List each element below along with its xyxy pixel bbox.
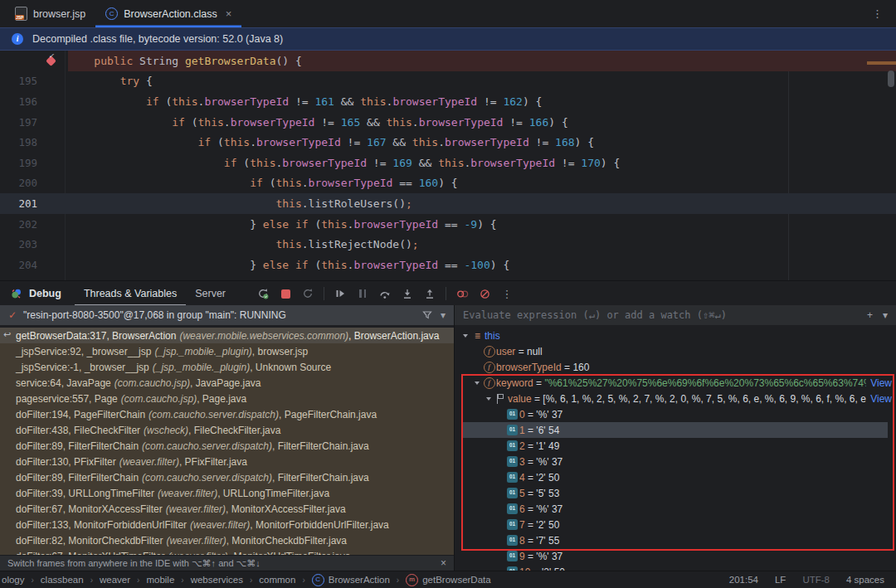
step-out-icon[interactable]	[423, 287, 436, 300]
rerun-debugger-icon[interactable]	[256, 287, 270, 300]
variable-row[interactable]: fbrowserTypeId = 160	[455, 359, 896, 375]
variable-row[interactable]: 019 = '%' 37	[455, 548, 896, 564]
breadcrumb-item[interactable]: mgetBrowserData	[406, 574, 490, 586]
evaluate-expression-input[interactable]: Evaluate expression (↵) or add a watch (…	[455, 305, 896, 325]
variable-row[interactable]: 015 = '5' 53	[455, 485, 896, 501]
stop-icon[interactable]	[279, 287, 292, 300]
method-breakpoint-icon[interactable]: ✓	[46, 56, 56, 66]
field-icon: f	[482, 362, 496, 373]
restart-icon[interactable]	[301, 287, 314, 300]
more-actions-icon[interactable]: ⋮	[500, 287, 514, 300]
variable-row[interactable]: value = [%, 6, 1, %, 2, 5, %, 2, 7, %, 2…	[455, 391, 896, 406]
variable-row[interactable]: fuser = null	[455, 343, 896, 359]
watches-dropdown-icon[interactable]: ▾	[883, 309, 888, 321]
view-value-link[interactable]: View	[866, 393, 896, 405]
tab-server[interactable]: Server	[186, 282, 235, 306]
field-icon: f	[482, 377, 496, 389]
code-text: } else if (this.browserTypeId == -9) {	[68, 214, 896, 235]
frame-signature: doFilter:39, URLLongTimeFilter	[16, 488, 154, 499]
breadcrumb-label: weaver	[100, 575, 130, 585]
tab-browseraction-class[interactable]: C BrowserAction.class ×	[95, 0, 241, 27]
variable-row[interactable]: 018 = '7' 55	[455, 532, 896, 548]
breadcrumb-item[interactable]: webservices	[191, 575, 243, 585]
variable-text: 0 = '%' 37	[519, 409, 896, 420]
gutter-icons	[37, 193, 68, 214]
decompiled-banner: i Decompiled .class file, bytecode versi…	[0, 27, 896, 51]
variable-row[interactable]: 0110 = '2' 50	[455, 564, 896, 571]
stack-frame-row[interactable]: doFilter:39, URLLongTimeFilter (weaver.f…	[0, 485, 454, 501]
variable-text: 7 = '2' 50	[519, 519, 896, 531]
stack-frame-row[interactable]: _jspService:92, _browser__jsp (_jsp._mob…	[0, 343, 454, 359]
code-line: 204 } else if (this.browserTypeId == -10…	[0, 255, 896, 275]
file-encoding[interactable]: UTF-8	[802, 575, 830, 585]
variable-row[interactable]: 013 = '%' 37	[455, 454, 896, 469]
variable-row[interactable]: 010 = '%' 37	[455, 406, 896, 422]
frame-file: , URLLongTimeFilter.java	[217, 488, 329, 499]
expand-chevron-icon[interactable]	[472, 381, 482, 385]
stack-frame-row[interactable]: doFilter:133, MonitorForbiddenUrlFilter …	[0, 517, 454, 532]
frame-file: , MonitorCheckdbFilter.java	[226, 535, 347, 547]
tab-threads-variables[interactable]: Threads & Variables	[75, 282, 186, 306]
stack-frame-row[interactable]: doFilter:67, MonitorXAccessFilter (weave…	[0, 501, 454, 517]
code-text: if (this.browserTypeId != 165 && this.br…	[68, 112, 896, 133]
thread-dropdown-icon[interactable]: ▾	[441, 309, 446, 321]
code-text: this.listRejectNode();	[68, 234, 896, 255]
variable-value: = 160	[562, 362, 590, 373]
watch-flag-icon	[494, 394, 508, 404]
breadcrumb-item[interactable]: common	[259, 575, 295, 585]
resume-program-icon[interactable]	[334, 287, 347, 300]
variable-row[interactable]: ≡this	[455, 328, 896, 343]
stack-frame-row[interactable]: doFilter:89, FilterFilterChain (com.cauc…	[0, 438, 454, 454]
breadcrumb-item[interactable]: mobile	[146, 575, 174, 585]
variable-row[interactable]: 012 = '1' 49	[455, 438, 896, 454]
breadcrumb-label: BrowserAction	[329, 575, 390, 585]
gutter-icons	[37, 132, 68, 153]
frame-package: (weaver.filter)	[190, 519, 250, 531]
close-tab-icon[interactable]: ×	[226, 7, 232, 20]
variable-row[interactable]: fkeyword = "%61%25%27%20%75%6e%69%6f%6e%…	[455, 375, 896, 391]
code-editor[interactable]: ✓ public String getBrowserData() {195 tr…	[0, 51, 896, 280]
code-text: if (this.browserTypeId != 169 && this.br…	[68, 153, 896, 173]
frame-signature: getBrowserData:317, BrowserAction	[16, 330, 176, 342]
more-options-icon[interactable]: ⋮	[872, 0, 896, 27]
stack-frame-row[interactable]: doFilter:82, MonitorCheckdbFilter (weave…	[0, 532, 454, 548]
stack-frame-row[interactable]: service:64, JavaPage (com.caucho.jsp), J…	[0, 375, 454, 391]
stack-frame-row[interactable]: pageservice:557, Page (com.caucho.jsp), …	[0, 391, 454, 406]
line-ending[interactable]: LF	[775, 575, 786, 585]
expand-chevron-icon[interactable]	[460, 334, 470, 338]
banner-text: Decompiled .class file, bytecode version…	[32, 33, 283, 45]
indent-setting[interactable]: 4 spaces	[846, 575, 884, 585]
close-hint-icon[interactable]: ×	[441, 557, 446, 569]
stack-frame-row[interactable]: ↩getBrowserData:317, BrowserAction (weav…	[0, 328, 454, 343]
stack-frame-row[interactable]: doFilter:89, FilterFilterChain (com.cauc…	[0, 469, 454, 485]
expand-chevron-icon[interactable]	[484, 397, 494, 401]
variable-row[interactable]: 011 = '6' 54	[455, 422, 896, 438]
variable-row[interactable]: 014 = '2' 50	[455, 469, 896, 485]
breadcrumb-item[interactable]: weaver	[100, 575, 130, 585]
breadcrumb-item[interactable]: CBrowserAction	[312, 574, 390, 586]
stack-frame-row[interactable]: _jspService:-1, _browser__jsp (_jsp._mob…	[0, 359, 454, 375]
caret-position[interactable]: 201:54	[729, 575, 758, 585]
add-watch-icon[interactable]: +	[867, 309, 873, 321]
view-breakpoints-icon[interactable]	[455, 287, 469, 300]
frame-package: (weaver.filter)	[166, 503, 226, 515]
step-into-icon[interactable]	[401, 287, 414, 300]
variable-row[interactable]: 017 = '2' 50	[455, 517, 896, 532]
view-value-link[interactable]: View	[866, 377, 896, 389]
frame-signature: doFilter:82, MonitorCheckdbFilter	[16, 535, 163, 547]
breadcrumb-item[interactable]: classbean	[41, 575, 84, 585]
stack-frame-row[interactable]: doFilter:194, PageFilterChain (com.cauch…	[0, 406, 454, 422]
stack-frame-row[interactable]: doFilter:130, PFixFilter (weaver.filter)…	[0, 454, 454, 469]
breadcrumb-item[interactable]: ology	[2, 575, 25, 585]
tab-browser-jsp[interactable]: JSP browser.jsp	[5, 0, 95, 27]
thread-label: "resin-port-8080-3500"@17,068 in group "…	[23, 309, 286, 321]
thread-selector[interactable]: ✓ "resin-port-8080-3500"@17,068 in group…	[0, 305, 454, 325]
variable-name: 7	[519, 519, 525, 531]
step-over-icon[interactable]	[378, 287, 392, 300]
stack-frame-row[interactable]: doFilter:438, FileCheckFilter (wscheck),…	[0, 422, 454, 438]
editor-scrollbar[interactable]	[888, 70, 894, 87]
pause-program-icon[interactable]	[356, 287, 369, 300]
variable-row[interactable]: 016 = '%' 37	[455, 501, 896, 517]
filter-frames-icon[interactable]	[422, 310, 432, 320]
mute-breakpoints-icon[interactable]	[478, 287, 491, 300]
